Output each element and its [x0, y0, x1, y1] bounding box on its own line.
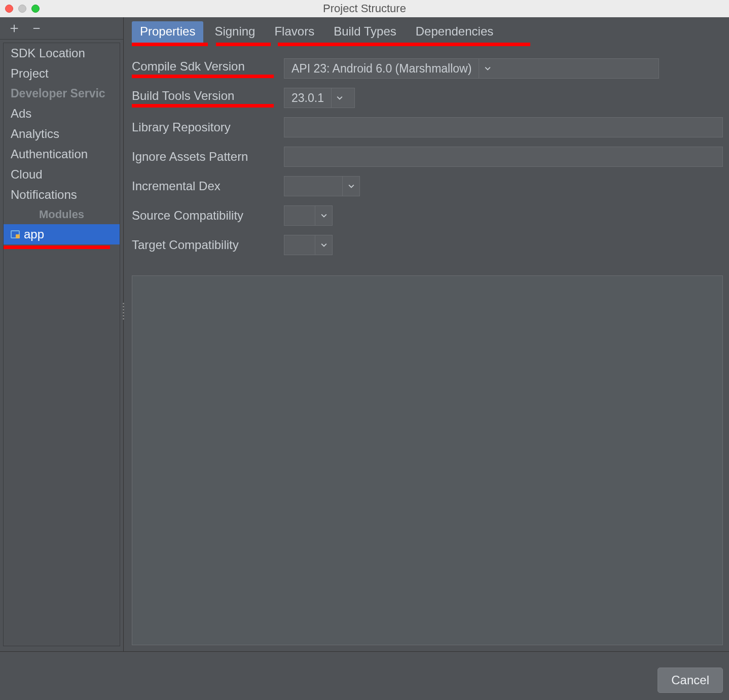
remove-module-button[interactable]: － [29, 18, 44, 38]
chevron-down-icon [342, 177, 359, 196]
chevron-down-icon [331, 88, 348, 108]
sidebar-item-notifications[interactable]: Notifications [4, 185, 120, 205]
incremental-dex-label: Incremental Dex [132, 179, 274, 193]
content-panel: Properties Signing Flavors Build Types D… [124, 17, 729, 651]
output-area [132, 275, 723, 645]
module-name-label: app [24, 227, 44, 241]
compile-sdk-label: Compile Sdk Version [132, 59, 274, 74]
tabs: Properties Signing Flavors Build Types D… [132, 21, 723, 44]
sidebar-toolbar: ＋ － [0, 17, 123, 40]
sidebar-item-sdk-location[interactable]: SDK Location [4, 43, 120, 63]
build-tools-label: Build Tools Version [132, 89, 274, 103]
library-repository-label: Library Repository [132, 120, 274, 134]
sidebar-resize-handle[interactable] [122, 301, 125, 321]
tab-properties[interactable]: Properties [132, 21, 203, 44]
add-module-button[interactable]: ＋ [7, 18, 21, 38]
target-compat-label: Target Compatibility [132, 238, 274, 252]
incremental-dex-select[interactable] [284, 176, 360, 196]
tab-dependencies[interactable]: Dependencies [408, 21, 501, 44]
properties-form: Compile Sdk Version API 23: Android 6.0 … [132, 58, 723, 255]
sidebar-item-module-app[interactable]: app [4, 224, 120, 244]
cancel-button[interactable]: Cancel [658, 668, 723, 693]
tab-signing[interactable]: Signing [206, 21, 263, 44]
target-compat-select[interactable] [284, 235, 333, 255]
tab-build-types[interactable]: Build Types [325, 21, 405, 44]
build-tools-select[interactable]: 23.0.1 [284, 88, 355, 108]
titlebar: Project Structure [0, 0, 729, 17]
sidebar-item-project[interactable]: Project [4, 63, 120, 84]
sidebar-section-modules: Modules [4, 205, 120, 224]
sidebar-item-cloud[interactable]: Cloud [4, 164, 120, 185]
ignore-assets-label: Ignore Assets Pattern [132, 150, 274, 164]
source-compat-label: Source Compatibility [132, 208, 274, 223]
sidebar: ＋ － SDK Location Project Developer Servi… [0, 17, 124, 651]
ignore-assets-input[interactable] [284, 147, 723, 167]
chevron-down-icon [315, 235, 332, 255]
sidebar-item-analytics[interactable]: Analytics [4, 124, 120, 144]
tab-flavors[interactable]: Flavors [266, 21, 322, 44]
build-tools-value: 23.0.1 [284, 91, 331, 105]
chevron-down-icon [479, 59, 496, 78]
window-title: Project Structure [0, 2, 729, 15]
dialog-footer: Cancel [0, 651, 729, 700]
library-repository-input[interactable] [284, 117, 723, 137]
compile-sdk-select[interactable]: API 23: Android 6.0 (Marshmallow) [284, 58, 659, 79]
compile-sdk-value: API 23: Android 6.0 (Marshmallow) [284, 62, 479, 76]
module-icon [11, 230, 20, 238]
sidebar-item-ads[interactable]: Ads [4, 103, 120, 124]
chevron-down-icon [315, 206, 332, 225]
source-compat-select[interactable] [284, 205, 333, 226]
sidebar-section-developer-services: Developer Servic [4, 84, 120, 103]
sidebar-item-authentication[interactable]: Authentication [4, 144, 120, 164]
